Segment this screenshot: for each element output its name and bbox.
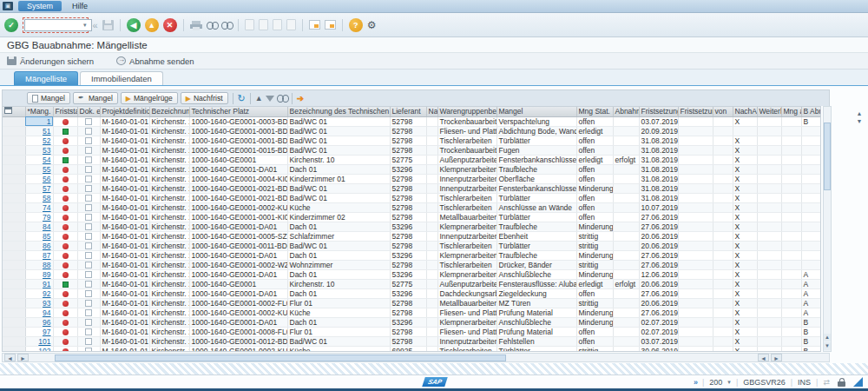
screen-scroll-buttons[interactable]: ▲ ▼ bbox=[854, 110, 865, 124]
defect-number-link[interactable]: 58 bbox=[43, 194, 50, 202]
new-defect-button[interactable]: Mangel bbox=[27, 92, 70, 104]
scroll-down-button[interactable]: ▼ bbox=[824, 342, 831, 350]
export-arrow-icon[interactable]: ➔ bbox=[297, 94, 304, 103]
row-select-cell[interactable] bbox=[3, 116, 25, 126]
document-created-checkbox[interactable] bbox=[85, 262, 92, 268]
defect-number-link[interactable]: 55 bbox=[43, 165, 50, 174]
column-header-wg[interactable]: Warengruppenbez. bbox=[437, 107, 496, 116]
column-header-tp[interactable]: Technischer Platz bbox=[189, 107, 287, 116]
filter-icon[interactable] bbox=[266, 96, 274, 102]
row-select-cell[interactable] bbox=[3, 250, 25, 260]
row-select-cell[interactable] bbox=[3, 346, 25, 352]
insert-mode-indicator[interactable]: INS bbox=[798, 378, 811, 387]
scroll-right-button-2[interactable]: ► bbox=[771, 354, 782, 361]
screen-scroll-up-icon[interactable]: ▲ bbox=[854, 110, 865, 116]
vertical-scrollbar-thumb[interactable] bbox=[824, 123, 831, 190]
row-select-cell[interactable] bbox=[3, 298, 25, 308]
row-select-cell[interactable] bbox=[3, 260, 25, 269]
last-page-icon[interactable] bbox=[286, 19, 296, 30]
defect-number-link[interactable]: 87 bbox=[43, 251, 50, 260]
row-select-cell[interactable] bbox=[3, 308, 25, 317]
defect-number-link[interactable]: 97 bbox=[43, 328, 50, 336]
defect-number-link[interactable]: 1 bbox=[47, 117, 51, 126]
send-acceptance-button[interactable]: Abnahme senden bbox=[116, 56, 194, 66]
defect-number-link[interactable]: 57 bbox=[43, 184, 50, 193]
document-created-checkbox[interactable] bbox=[85, 252, 92, 259]
row-select-cell[interactable] bbox=[3, 231, 25, 241]
sort-ascending-icon[interactable]: ▲ bbox=[255, 94, 263, 103]
print-icon[interactable] bbox=[190, 20, 202, 30]
defect-number-link[interactable]: 94 bbox=[43, 308, 50, 317]
defect-number-link[interactable]: 93 bbox=[43, 299, 50, 308]
row-select-cell[interactable] bbox=[3, 145, 25, 155]
resize-grip-icon[interactable] bbox=[853, 377, 863, 387]
zoom-level[interactable]: 200 bbox=[709, 378, 722, 387]
first-page-icon[interactable] bbox=[245, 19, 254, 30]
column-header-nm[interactable]: Name bbox=[426, 107, 437, 116]
search-icon[interactable] bbox=[277, 95, 287, 102]
column-header-wt[interactable]: Weiterl. bbox=[757, 107, 781, 116]
row-select-cell[interactable] bbox=[3, 327, 25, 336]
horizontal-scrollbar[interactable]: ◄ ► ◄ ► bbox=[2, 353, 830, 362]
defect-number-link[interactable]: 56 bbox=[43, 175, 50, 183]
nachfrist-button[interactable]: ▶ Nachfrist bbox=[181, 92, 228, 104]
column-header-na[interactable]: NachAbn bbox=[733, 107, 757, 116]
row-select-cell[interactable] bbox=[3, 279, 25, 288]
defect-number-link[interactable]: 96 bbox=[43, 318, 50, 327]
document-created-checkbox[interactable] bbox=[85, 242, 92, 249]
column-header-fr[interactable]: Fristsetzung bbox=[639, 107, 678, 116]
column-header-bt[interactable]: B Abn.T bbox=[801, 107, 821, 116]
defect-number-link[interactable]: 79 bbox=[43, 213, 50, 222]
document-created-checkbox[interactable] bbox=[85, 118, 92, 125]
back-button[interactable]: ◀ bbox=[127, 18, 141, 32]
document-created-checkbox[interactable] bbox=[85, 147, 92, 154]
column-header-tpn[interactable]: Bezeichnung des Technischen Platzes bbox=[287, 107, 390, 116]
help-button[interactable]: ? bbox=[349, 18, 363, 32]
document-created-checkbox[interactable] bbox=[85, 128, 92, 135]
document-created-checkbox[interactable] bbox=[85, 328, 92, 335]
document-created-checkbox[interactable] bbox=[85, 156, 92, 163]
scroll-right-button[interactable]: ► bbox=[17, 354, 29, 361]
document-created-checkbox[interactable] bbox=[85, 223, 92, 230]
new-session-icon[interactable] bbox=[309, 20, 320, 30]
defect-number-link[interactable]: 86 bbox=[43, 242, 50, 250]
defect-number-link[interactable]: 85 bbox=[43, 232, 50, 241]
document-created-checkbox[interactable] bbox=[85, 185, 92, 192]
document-created-checkbox[interactable] bbox=[85, 137, 92, 144]
scroll-left-button[interactable]: ◄ bbox=[4, 354, 16, 361]
document-created-checkbox[interactable] bbox=[85, 281, 92, 288]
document-created-checkbox[interactable] bbox=[85, 233, 92, 240]
defect-number-link[interactable]: 101 bbox=[38, 337, 50, 346]
save-changes-button[interactable]: Änderungen sichern bbox=[7, 56, 94, 66]
defect-number-link[interactable]: 74 bbox=[43, 203, 50, 212]
defect-number-link[interactable]: 88 bbox=[43, 261, 50, 269]
row-select-cell[interactable] bbox=[3, 212, 25, 222]
row-select-cell[interactable] bbox=[3, 336, 25, 346]
maengelruege-button[interactable]: ▶ Mängelrüge bbox=[121, 92, 178, 104]
find-icon[interactable] bbox=[207, 22, 217, 29]
vertical-scrollbar[interactable]: ▲ ▼ bbox=[823, 106, 832, 352]
edit-defect-button[interactable]: Mangel bbox=[73, 92, 118, 104]
document-created-checkbox[interactable] bbox=[85, 176, 92, 182]
menu-hilfe[interactable]: Hilfe bbox=[67, 1, 93, 11]
defect-number-link[interactable]: 102 bbox=[38, 347, 50, 353]
row-select-cell[interactable] bbox=[3, 126, 25, 136]
column-header-sel[interactable] bbox=[3, 107, 25, 116]
defect-number-link[interactable]: 53 bbox=[43, 146, 50, 155]
select-all-icon[interactable] bbox=[4, 107, 12, 114]
defect-number-link[interactable]: 91 bbox=[43, 280, 50, 288]
row-select-cell[interactable] bbox=[3, 193, 25, 202]
document-created-checkbox[interactable] bbox=[85, 309, 92, 316]
column-header-ab[interactable]: Abnahme bbox=[613, 107, 639, 116]
tab-immobiliendaten[interactable]: Immobiliendaten bbox=[80, 71, 163, 86]
create-shortcut-icon[interactable] bbox=[325, 20, 336, 30]
document-created-checkbox[interactable] bbox=[85, 204, 92, 211]
refresh-icon[interactable]: ↻ bbox=[238, 93, 246, 104]
defect-number-link[interactable]: 51 bbox=[43, 127, 50, 136]
column-header-lf[interactable]: Lieferant bbox=[390, 107, 426, 116]
document-created-checkbox[interactable] bbox=[85, 166, 92, 173]
document-created-checkbox[interactable] bbox=[85, 300, 92, 307]
row-select-cell[interactable] bbox=[3, 288, 25, 298]
customize-layout-icon[interactable]: ⚙ bbox=[367, 19, 377, 31]
defect-number-link[interactable]: 92 bbox=[43, 289, 50, 298]
